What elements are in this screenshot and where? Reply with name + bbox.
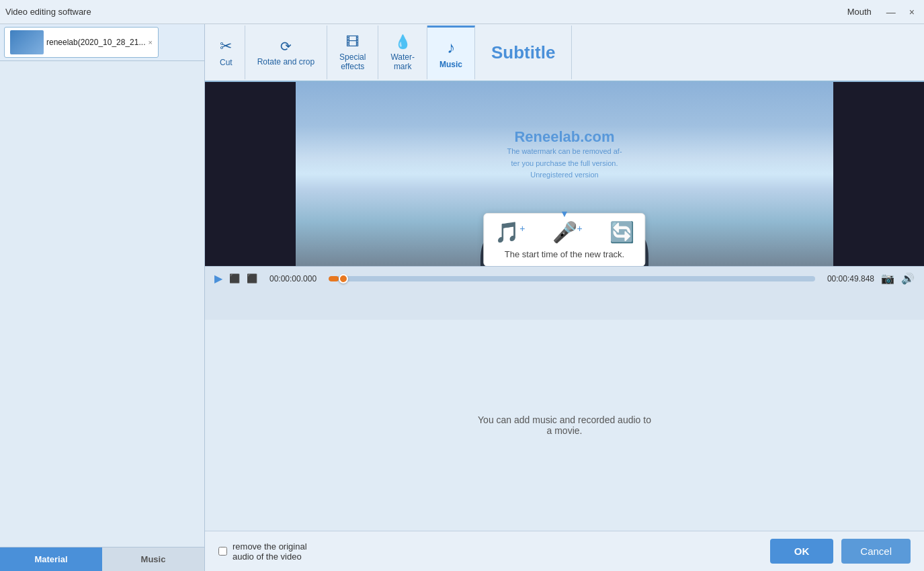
time-end: 00:00:49.848 bbox=[827, 274, 874, 283]
right-content: ✂ Cut ⟳ Rotate and crop 🎞 Specialeffects… bbox=[205, 24, 924, 571]
material-tab[interactable]: Material bbox=[0, 547, 102, 571]
toolbar: ✂ Cut ⟳ Rotate and crop 🎞 Specialeffects… bbox=[205, 24, 924, 82]
cut-label: Cut bbox=[220, 58, 233, 67]
cut-tool-button[interactable]: ✂ Cut bbox=[208, 26, 245, 79]
title-bar: Video editing software Mouth — × bbox=[0, 0, 924, 24]
add-record-button[interactable]: 🎤+ bbox=[552, 220, 583, 244]
watermark-info-text: The watermark can be removed af- ter you… bbox=[507, 146, 622, 181]
special-effects-tool-button[interactable]: 🎞 Specialeffects bbox=[327, 26, 378, 79]
subtitle-tab[interactable]: Subtitle bbox=[475, 26, 572, 79]
stop-button[interactable]: ⬛ bbox=[245, 272, 259, 285]
watermark-overlay: Reneelab.com The watermark can be remove… bbox=[507, 128, 622, 181]
timeline-bar-fill bbox=[329, 276, 338, 281]
music-tool-button[interactable]: ♪ Music bbox=[427, 26, 475, 79]
rotate-icon: ⟳ bbox=[280, 38, 292, 54]
video-frame: Reneelab.com The watermark can be remove… bbox=[296, 82, 833, 266]
bottom-bar: remove the originalaudio of the video OK… bbox=[205, 531, 924, 571]
title-bar-right: Mouth — × bbox=[847, 5, 919, 19]
watermark-icon: 💧 bbox=[394, 34, 411, 50]
bottom-music-area: You can add music and recorded audio toa… bbox=[205, 320, 924, 531]
sidebar-tab-close[interactable]: × bbox=[148, 38, 152, 46]
action-buttons: OK Cancel bbox=[770, 539, 911, 564]
remove-audio-checkbox[interactable] bbox=[218, 547, 227, 556]
replace-icon: 🔄 bbox=[610, 220, 634, 244]
music-tab-sidebar[interactable]: Music bbox=[102, 547, 204, 571]
timeline-bar-bg bbox=[329, 276, 815, 281]
timeline-row-1: ▶ ⬛ ⬛ 00:00:00.000 00:00:49.848 bbox=[205, 267, 924, 289]
rotate-crop-label: Rotate and crop bbox=[257, 57, 314, 67]
play-button[interactable]: ▶ bbox=[213, 271, 224, 286]
camera-button[interactable]: 📷 bbox=[880, 271, 896, 286]
cancel-button[interactable]: Cancel bbox=[841, 539, 911, 564]
timeline-controls: ▶ ⬛ ⬛ bbox=[213, 271, 259, 286]
mouth-label: Mouth bbox=[847, 7, 872, 17]
rotate-crop-tool-button[interactable]: ⟳ Rotate and crop bbox=[245, 26, 327, 79]
add-music-info: You can add music and recorded audio toa… bbox=[478, 414, 651, 436]
app-title: Video editing software bbox=[5, 7, 91, 17]
cut-icon: ✂ bbox=[220, 38, 232, 55]
title-bar-left: Video editing software bbox=[5, 7, 91, 17]
video-area: Reneelab.com The watermark can be remove… bbox=[205, 82, 924, 266]
main-layout: reneelab(2020_10_28_21... × Material Mus… bbox=[0, 24, 924, 571]
effects-label: Specialeffects bbox=[339, 52, 366, 71]
sidebar-file-tab[interactable]: reneelab(2020_10_28_21... × bbox=[4, 27, 159, 58]
remove-audio-label: remove the originalaudio of the video bbox=[233, 541, 307, 562]
add-record-icon: 🎤+ bbox=[552, 220, 583, 244]
sidebar-content bbox=[0, 61, 204, 547]
tooltip-arrow-icon: ▼ bbox=[560, 208, 569, 219]
ok-button[interactable]: OK bbox=[770, 539, 834, 564]
file-tab-name: reneelab(2020_10_28_21... bbox=[46, 38, 145, 47]
music-label: Music bbox=[439, 60, 462, 69]
add-music-icon: 🎵+ bbox=[495, 220, 525, 244]
tooltip-message: The start time of the new track. bbox=[505, 249, 624, 259]
file-thumbnail bbox=[10, 30, 44, 54]
checkbox-area: remove the originalaudio of the video bbox=[218, 541, 307, 562]
add-music-button[interactable]: 🎵+ bbox=[495, 220, 525, 244]
right-icons: 📷 🔊 bbox=[880, 271, 916, 286]
add-music-info-text: You can add music and recorded audio toa… bbox=[478, 414, 651, 436]
close-button[interactable]: × bbox=[905, 5, 919, 19]
effects-icon: 🎞 bbox=[346, 34, 360, 50]
watermark-url-text: Reneelab.com bbox=[507, 128, 622, 146]
time-start: 00:00:00.000 bbox=[269, 274, 317, 283]
subtitle-label: Subtitle bbox=[491, 42, 555, 63]
volume-button[interactable]: 🔊 bbox=[900, 271, 916, 286]
watermark-tool-button[interactable]: 💧 Water-mark bbox=[378, 26, 427, 79]
timeline-area: ▶ ⬛ ⬛ 00:00:00.000 00:00:49.848 bbox=[205, 266, 924, 320]
watermark-label: Water-mark bbox=[390, 52, 415, 71]
timeline-thumb[interactable] bbox=[339, 274, 348, 283]
minimize-button[interactable]: — bbox=[882, 5, 900, 19]
sidebar-bottom-tabs: Material Music bbox=[0, 547, 204, 571]
tooltip-popup: ▼ 🎵+ 🎤+ bbox=[483, 213, 645, 266]
tooltip-action-icons: 🎵+ 🎤+ 🔄 bbox=[495, 220, 634, 244]
replace-audio-button[interactable]: 🔄 bbox=[610, 220, 634, 244]
music-icon: ♪ bbox=[447, 38, 455, 57]
sidebar-tab-strip: reneelab(2020_10_28_21... × bbox=[0, 24, 204, 61]
record-button[interactable]: ⬛ bbox=[228, 272, 241, 285]
sidebar: reneelab(2020_10_28_21... × Material Mus… bbox=[0, 24, 205, 571]
